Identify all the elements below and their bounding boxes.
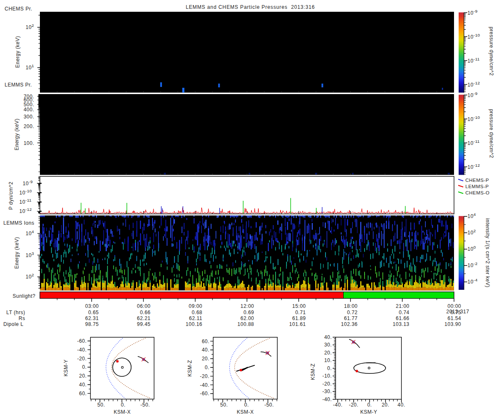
svg-text:KSM-X: KSM-X xyxy=(237,409,254,415)
svg-text:20.: 20. xyxy=(79,373,87,379)
svg-text:100.: 100. xyxy=(24,140,34,146)
svg-text:62.31: 62.31 xyxy=(85,315,99,321)
svg-text:-10.: -10. xyxy=(322,373,332,379)
svg-text:40.: 40. xyxy=(79,382,87,388)
svg-text:Energy (keV): Energy (keV) xyxy=(15,36,21,68)
svg-text:60.: 60. xyxy=(202,339,209,344)
svg-text:LEMMS and CHEMS Particle Press: LEMMS and CHEMS Particle Pressures 2013:… xyxy=(186,4,315,10)
svg-text:50.: 50. xyxy=(220,402,228,408)
svg-text:18:00: 18:00 xyxy=(344,303,358,309)
svg-text:400.: 400. xyxy=(24,107,34,113)
svg-text:CHEMS-P: CHEMS-P xyxy=(465,178,489,183)
svg-text:-20.: -20. xyxy=(77,356,87,362)
svg-text:-60.: -60. xyxy=(77,338,87,344)
svg-text:60.: 60. xyxy=(79,391,87,396)
svg-text:Rs: Rs xyxy=(18,315,25,321)
svg-text:LEMMS Ions: LEMMS Ions xyxy=(3,220,34,226)
svg-text:KSM-Y: KSM-Y xyxy=(360,409,378,415)
svg-text:30.: 30. xyxy=(324,342,332,348)
svg-text:62.21: 62.21 xyxy=(137,315,151,321)
svg-text:0.74: 0.74 xyxy=(399,310,409,315)
svg-text:62.11: 62.11 xyxy=(189,315,202,321)
svg-text:0.71: 0.71 xyxy=(295,310,306,315)
svg-text:100.88: 100.88 xyxy=(237,321,254,327)
svg-text:CHEMS-O: CHEMS-O xyxy=(465,190,490,195)
svg-text:0.65: 0.65 xyxy=(88,310,99,315)
svg-text:100.16: 100.16 xyxy=(186,321,202,327)
svg-text:KSM-Z: KSM-Z xyxy=(187,360,193,377)
svg-text:-60.: -60. xyxy=(200,391,210,396)
svg-text:pressure dyne/cm^2: pressure dyne/cm^2 xyxy=(488,27,494,76)
svg-text:-40.: -40. xyxy=(200,382,210,388)
svg-text:-20.: -20. xyxy=(200,373,210,379)
svg-text:0.72: 0.72 xyxy=(347,310,357,315)
svg-text:300.: 300. xyxy=(24,114,34,120)
svg-text:61.77: 61.77 xyxy=(344,315,358,321)
svg-text:pressure dyne/cm^2: pressure dyne/cm^2 xyxy=(488,109,494,158)
svg-text:CHEMS Pr.: CHEMS Pr. xyxy=(5,6,32,12)
svg-text:99.45: 99.45 xyxy=(137,321,151,327)
svg-text:700.: 700. xyxy=(24,94,34,100)
svg-text:98.75: 98.75 xyxy=(85,321,99,327)
svg-text:0.: 0. xyxy=(82,364,87,370)
svg-text:06:00: 06:00 xyxy=(137,303,151,309)
svg-text:-50.: -50. xyxy=(264,402,274,408)
svg-text:40.: 40. xyxy=(324,334,332,340)
svg-text:61.89: 61.89 xyxy=(292,315,306,321)
svg-text:2013-317: 2013-317 xyxy=(446,309,470,315)
svg-text:0.: 0. xyxy=(327,365,332,371)
svg-text:intensity 1/(s cm^2 ster keV): intensity 1/(s cm^2 ster keV) xyxy=(485,218,491,288)
svg-text:61.54: 61.54 xyxy=(447,315,461,321)
svg-text:09:00: 09:00 xyxy=(189,303,202,309)
svg-text:0.: 0. xyxy=(205,365,210,370)
svg-text:62.00: 62.00 xyxy=(240,315,254,321)
svg-text:-40.: -40. xyxy=(322,396,332,402)
svg-text:61.66: 61.66 xyxy=(396,315,410,321)
svg-text:LEMMS Pr.: LEMMS Pr. xyxy=(5,82,32,88)
svg-text:101.61: 101.61 xyxy=(289,321,306,327)
svg-text:12:00: 12:00 xyxy=(240,303,254,309)
svg-text:0.68: 0.68 xyxy=(192,310,202,315)
svg-text:200.: 200. xyxy=(24,123,34,129)
svg-text:0.: 0. xyxy=(244,402,249,408)
svg-text:LEMMS-P: LEMMS-P xyxy=(465,184,489,189)
svg-text:103.90: 103.90 xyxy=(444,321,461,327)
svg-text:21:00: 21:00 xyxy=(396,303,410,309)
svg-text:50.: 50. xyxy=(97,402,105,408)
svg-text:Energy (keV): Energy (keV) xyxy=(14,237,20,269)
svg-text:40.: 40. xyxy=(202,347,209,353)
svg-text:-50.: -50. xyxy=(140,402,150,408)
svg-text:KSM-Z: KSM-Z xyxy=(310,363,316,380)
svg-text:Dipole L: Dipole L xyxy=(3,321,24,327)
svg-text:20.: 20. xyxy=(202,356,209,362)
svg-text:03:00: 03:00 xyxy=(85,303,99,309)
svg-text:10.: 10. xyxy=(324,357,332,363)
svg-text:LT (hrs): LT (hrs) xyxy=(6,310,25,315)
svg-text:102.36: 102.36 xyxy=(341,321,358,327)
svg-text:103.13: 103.13 xyxy=(393,321,410,327)
svg-text:-20.: -20. xyxy=(322,381,332,387)
svg-text:-30.: -30. xyxy=(322,388,332,394)
svg-text:KSM-Y: KSM-Y xyxy=(63,360,69,377)
svg-text:0.66: 0.66 xyxy=(140,310,150,315)
svg-text:20.: 20. xyxy=(324,350,332,356)
svg-text:P dyn/cm^2: P dyn/cm^2 xyxy=(8,181,14,210)
svg-text:0.69: 0.69 xyxy=(244,310,254,315)
svg-text:00:00: 00:00 xyxy=(447,303,461,309)
svg-text:15:00: 15:00 xyxy=(292,303,306,309)
svg-text:-40.: -40. xyxy=(77,347,87,353)
svg-text:Energy (keV): Energy (keV) xyxy=(14,118,20,150)
svg-text:Sunlight?: Sunlight? xyxy=(13,293,36,299)
svg-text:0.: 0. xyxy=(121,402,126,408)
svg-text:KSM-X: KSM-X xyxy=(114,409,131,415)
